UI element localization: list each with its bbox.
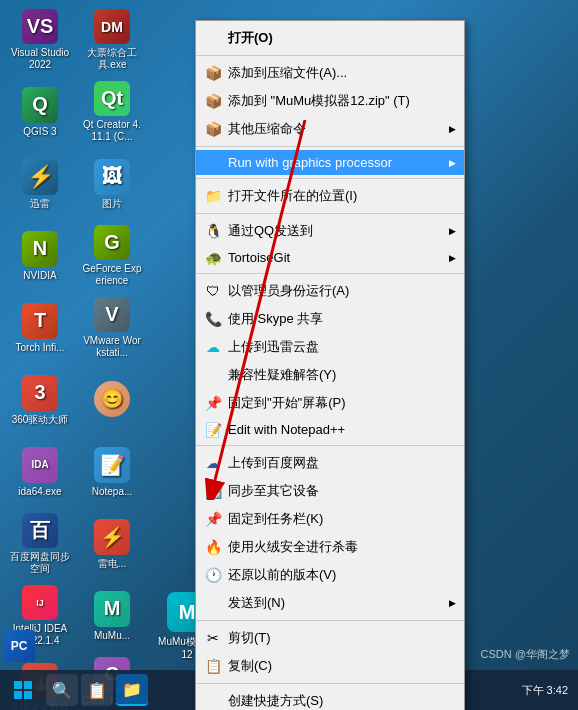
pin-taskbar-icon: 📌 bbox=[202, 508, 224, 530]
menu-item-edit-notepad[interactable]: 📝 Edit with Notepad++ bbox=[196, 417, 464, 442]
copy-icon: 📋 bbox=[202, 655, 224, 677]
separator-5 bbox=[196, 273, 464, 274]
notepad-icon: 📝 bbox=[94, 447, 130, 483]
menu-item-upload-cloud[interactable]: ☁ 上传到迅雷云盘 bbox=[196, 333, 464, 361]
desktop-icon-qt[interactable]: Qt Qt Creator 4.11.1 (C... bbox=[77, 77, 147, 147]
desktop-icon-ida64[interactable]: IDA ida64.exe bbox=[5, 437, 75, 507]
taskbar-explorer-icon[interactable]: 📁 bbox=[116, 674, 148, 706]
cloud-upload-icon: ☁ bbox=[202, 336, 224, 358]
svg-rect-3 bbox=[24, 681, 32, 689]
desktop-icon-mumu-small[interactable]: M MuMu... bbox=[77, 581, 147, 651]
desktop-icon-qgis[interactable]: Q QGIS 3 bbox=[5, 77, 75, 147]
menu-item-tortoisegit[interactable]: 🐢 TortoiseGit bbox=[196, 245, 464, 270]
desktop-icon-nvidia[interactable]: N NVIDIA bbox=[5, 221, 75, 291]
desktop-icon-visual-studio[interactable]: VS Visual Studio 2022 bbox=[5, 5, 75, 75]
nvidia-icon: N bbox=[22, 231, 58, 267]
desktop-icon-baidu[interactable]: 百 百度网盘同步空间 bbox=[5, 509, 75, 579]
torch-icon: T bbox=[22, 303, 58, 339]
menu-item-virus-scan[interactable]: 🔥 使用火绒安全进行杀毒 bbox=[196, 533, 464, 561]
qgis-label: QGIS 3 bbox=[23, 126, 56, 138]
360-label: 360驱动大师 bbox=[12, 414, 69, 426]
mumu-small-icon: M bbox=[94, 591, 130, 627]
desktop-icon-thunder[interactable]: ⚡ 雷电... bbox=[77, 509, 147, 579]
pc-taskbar-icon[interactable]: PC bbox=[3, 630, 35, 662]
menu-item-share-qq[interactable]: 🐧 通过QQ发送到 bbox=[196, 217, 464, 245]
taskbar-search-icon[interactable]: 🔍 bbox=[46, 674, 78, 706]
menu-item-open[interactable]: 打开(O) bbox=[196, 24, 464, 52]
menu-item-sync[interactable]: 🔄 同步至其它设备 bbox=[196, 477, 464, 505]
geforce-label: GeForce Experience bbox=[81, 263, 143, 287]
desktop-icon-torch[interactable]: T Torch Infi... bbox=[5, 293, 75, 363]
shield-icon: 🛡 bbox=[202, 280, 224, 302]
send-to-icon bbox=[202, 592, 224, 614]
notepad-label: Notepa... bbox=[92, 486, 133, 498]
other-compress-icon: 📦 bbox=[202, 118, 224, 140]
context-menu: 打开(O) 📦 添加到压缩文件(A)... 📦 添加到 "MuMu模拟器12.z… bbox=[195, 20, 465, 710]
restore-icon: 🕐 bbox=[202, 564, 224, 586]
baidu-label: 百度网盘同步空间 bbox=[9, 551, 71, 575]
separator-1 bbox=[196, 55, 464, 56]
separator-4 bbox=[196, 213, 464, 214]
intellij-icon: IJ bbox=[22, 585, 58, 620]
menu-item-skype[interactable]: 📞 使用 Skype 共享 bbox=[196, 305, 464, 333]
skype-icon: 📞 bbox=[202, 308, 224, 330]
desktop-icon-xunlei[interactable]: ⚡ 迅雷 bbox=[5, 149, 75, 219]
pin-start-icon: 📌 bbox=[202, 392, 224, 414]
menu-item-add-zip[interactable]: 📦 添加到压缩文件(A)... bbox=[196, 59, 464, 87]
desktop-icon-image[interactable]: 🖼 图片 bbox=[77, 149, 147, 219]
open-location-icon: 📁 bbox=[202, 185, 224, 207]
visual-studio-label: Visual Studio 2022 bbox=[9, 47, 71, 71]
qgis-icon: Q bbox=[22, 87, 58, 123]
xunlei-label: 迅雷 bbox=[30, 198, 50, 210]
visual-studio-icon: VS bbox=[22, 9, 58, 44]
notepadpp-icon: 📝 bbox=[202, 419, 224, 441]
image-label: 图片 bbox=[102, 198, 122, 210]
baidu-icon: 百 bbox=[22, 513, 58, 548]
separator-2 bbox=[196, 146, 464, 147]
desktop-icon-vmware[interactable]: V VMware Workstati... bbox=[77, 293, 147, 363]
cut-icon: ✂ bbox=[202, 627, 224, 649]
menu-item-upload-baidu[interactable]: ☁ 上传到百度网盘 bbox=[196, 449, 464, 477]
desktop-icon-avatar[interactable]: 😊 bbox=[77, 365, 147, 435]
taskbar-task-view-icon[interactable]: 📋 bbox=[81, 674, 113, 706]
menu-item-run-admin[interactable]: 🛡 以管理员身份运行(A) bbox=[196, 277, 464, 305]
desktop-icon-geforce[interactable]: G GeForce Experience bbox=[77, 221, 147, 291]
menu-item-send-to[interactable]: 发送到(N) bbox=[196, 589, 464, 617]
svg-rect-4 bbox=[14, 691, 22, 699]
menu-item-other-compress[interactable]: 📦 其他压缩命令 bbox=[196, 115, 464, 143]
open-icon bbox=[202, 27, 224, 49]
menu-item-pin-taskbar[interactable]: 📌 固定到任务栏(K) bbox=[196, 505, 464, 533]
menu-item-run-graphics[interactable]: Run with graphics processor bbox=[196, 150, 464, 175]
desktop-icon-notepad[interactable]: 📝 Notepa... bbox=[77, 437, 147, 507]
thunder-label: 雷电... bbox=[98, 558, 126, 570]
360-icon: 3 bbox=[22, 375, 58, 411]
torch-label: Torch Infi... bbox=[16, 342, 65, 354]
desktop-icon-360[interactable]: 3 360驱动大师 bbox=[5, 365, 75, 435]
virus-scan-icon: 🔥 bbox=[202, 536, 224, 558]
thunder-icon: ⚡ bbox=[94, 519, 130, 555]
separator-8 bbox=[196, 683, 464, 684]
avatar-icon: 😊 bbox=[94, 381, 130, 417]
svg-rect-2 bbox=[14, 681, 22, 689]
separator-3 bbox=[196, 178, 464, 179]
menu-item-add-mumu-zip[interactable]: 📦 添加到 "MuMu模拟器12.zip" (T) bbox=[196, 87, 464, 115]
run-graphics-icon bbox=[202, 152, 224, 174]
shortcut-icon bbox=[202, 690, 224, 710]
menu-item-restore-version[interactable]: 🕐 还原以前的版本(V) bbox=[196, 561, 464, 589]
desktop-icon-dm[interactable]: DM 大票综合工具.exe bbox=[77, 5, 147, 75]
menu-item-copy[interactable]: 📋 复制(C) bbox=[196, 652, 464, 680]
tortoisegit-icon: 🐢 bbox=[202, 247, 224, 269]
sync-icon: 🔄 bbox=[202, 480, 224, 502]
start-button[interactable] bbox=[5, 672, 41, 708]
qq-icon: 🐧 bbox=[202, 220, 224, 242]
menu-item-open-location[interactable]: 📁 打开文件所在的位置(I) bbox=[196, 182, 464, 210]
desktop: VS Visual Studio 2022 DM 大票综合工具.exe Q QG… bbox=[0, 0, 578, 710]
menu-item-create-shortcut[interactable]: 创建快捷方式(S) bbox=[196, 687, 464, 710]
windows-logo-icon bbox=[13, 680, 33, 700]
taskbar-right-area: 下午 3:42 bbox=[522, 683, 573, 698]
menu-item-pin-start[interactable]: 📌 固定到"开始"屏幕(P) bbox=[196, 389, 464, 417]
xunlei-icon: ⚡ bbox=[22, 159, 58, 195]
menu-item-cut[interactable]: ✂ 剪切(T) bbox=[196, 624, 464, 652]
menu-item-compatibility[interactable]: 兼容性疑难解答(Y) bbox=[196, 361, 464, 389]
nvidia-label: NVIDIA bbox=[23, 270, 56, 282]
